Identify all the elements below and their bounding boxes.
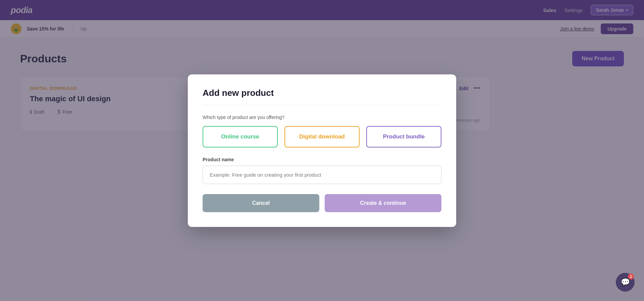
modal-actions: Cancel Create & continue [203,194,441,212]
add-product-modal: Add new product Which type of product ar… [188,74,456,227]
product-type-product-bundle[interactable]: Product bundle [366,126,441,147]
product-type-digital-download[interactable]: Digital download [284,126,360,147]
modal-title: Add new product [203,88,441,105]
product-type-online-course[interactable]: Online course [203,126,278,147]
modal-question: Which type of product are you offering? [203,115,441,120]
modal-overlay: Add new product Which type of product ar… [0,0,644,301]
product-name-input[interactable] [203,166,441,184]
create-continue-button[interactable]: Create & continue [325,194,441,212]
chat-widget[interactable]: 💬 1 [616,273,635,292]
product-type-selection: Online course Digital download Product b… [203,126,441,147]
product-name-label: Product name [203,157,441,162]
cancel-button[interactable]: Cancel [203,194,319,212]
chat-badge: 1 [628,274,634,280]
chat-icon: 💬 [621,278,630,287]
